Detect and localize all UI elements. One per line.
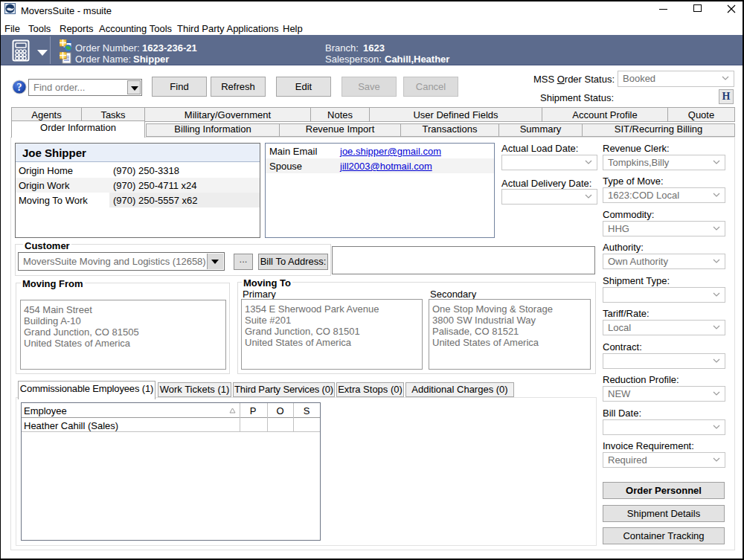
svg-text:?: ? (17, 82, 22, 93)
